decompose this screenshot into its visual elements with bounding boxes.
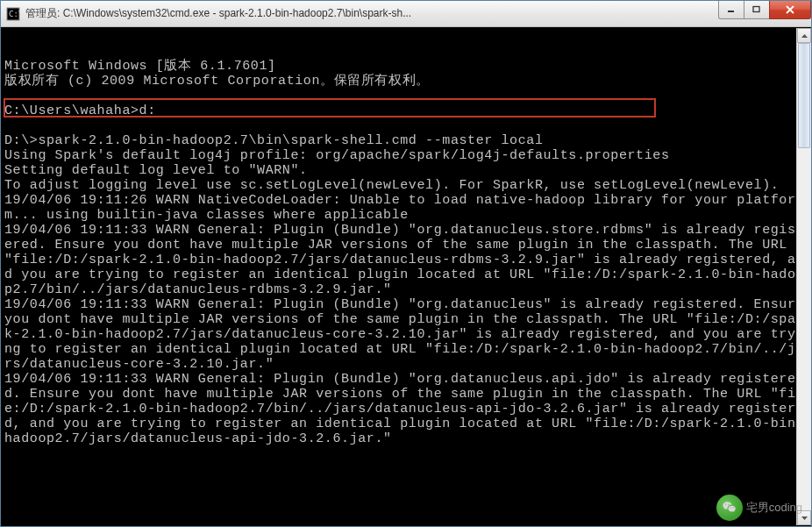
- titlebar[interactable]: C:\ 管理员: C:\Windows\system32\cmd.exe - s…: [1, 1, 811, 27]
- svg-rect-3: [753, 7, 759, 12]
- scroll-thumb[interactable]: [798, 43, 810, 148]
- vertical-scrollbar[interactable]: [796, 28, 811, 525]
- scroll-up-arrow[interactable]: [797, 28, 811, 43]
- cmd-window: C:\ 管理员: C:\Windows\system32\cmd.exe - s…: [0, 0, 812, 527]
- cmd-icon: C:\: [6, 7, 20, 21]
- scroll-down-arrow[interactable]: [797, 510, 811, 525]
- minimize-button[interactable]: [718, 1, 744, 19]
- maximize-button[interactable]: [744, 1, 770, 19]
- close-button[interactable]: [769, 1, 811, 19]
- window-title: 管理员: C:\Windows\system32\cmd.exe - spark…: [25, 6, 811, 21]
- terminal-output[interactable]: Microsoft Windows [版本 6.1.7601] 版权所有 (c)…: [1, 27, 811, 526]
- scroll-track[interactable]: [797, 43, 811, 510]
- window-controls: [719, 1, 811, 20]
- svg-text:C:\: C:\: [9, 10, 20, 18]
